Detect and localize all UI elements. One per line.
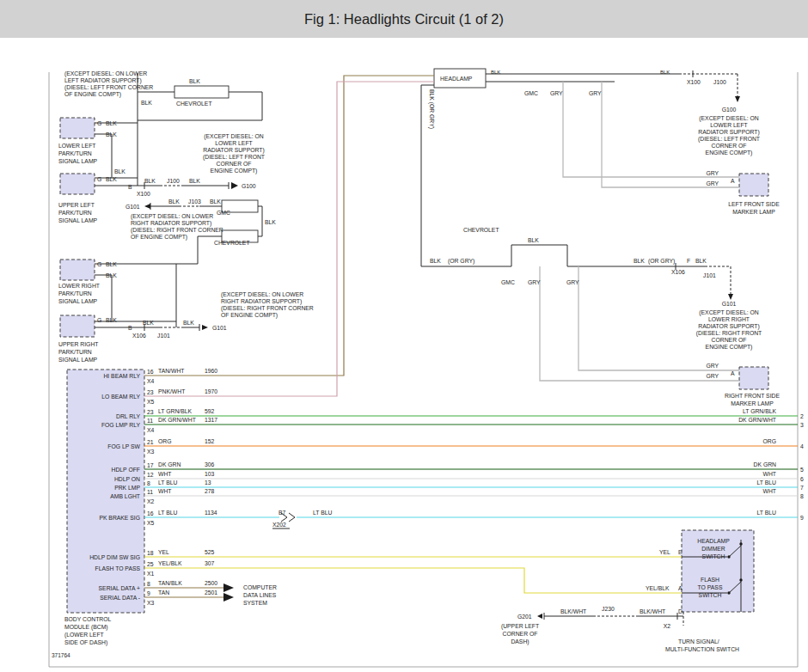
bcm-pin-number: 17 <box>147 462 154 468</box>
wire-color-label: LT BLU <box>158 510 178 516</box>
component-boxes <box>60 118 768 613</box>
symbols <box>144 96 743 619</box>
wire-color-label: LT BLU <box>158 480 178 486</box>
wire-label: MARKER LAMP <box>731 400 774 406</box>
wire-label: (DIESEL: RIGHT FRONT CORNER <box>131 227 223 234</box>
wire-label: (DIESEL: RIGHT FRONT <box>696 330 762 337</box>
wire-label: BLK <box>106 317 117 323</box>
bcm-pin-label: HI BEAM RLY <box>103 373 140 379</box>
connector-x100-2: X100 <box>687 79 701 85</box>
wire-label: BLK <box>491 70 500 75</box>
connector-id: X1 <box>147 571 155 577</box>
left-marker-caption: LEFT FRONT SIDE <box>728 201 780 207</box>
wire-label: SWITCH <box>702 553 725 559</box>
right-marker-caption: RIGHT FRONT SIDE <box>725 393 780 399</box>
screenshot-root: Fig 1: Headlights Circuit (1 of 2) <box>0 0 808 672</box>
bcm-pin-label: HDLP ON <box>114 476 140 482</box>
wire-label: BLK <box>189 178 200 184</box>
wire-color-label: LT GRN/BLK <box>158 408 192 414</box>
ground-arrow-g201 <box>537 614 542 619</box>
exit-pin-number: 3 <box>800 422 804 428</box>
ground-g101-2: G101 <box>212 325 227 331</box>
variant-chevrolet: CHEVROLET <box>176 101 212 107</box>
lamp-upper-right-caption: UPPER RIGHT <box>58 341 98 347</box>
wire-label: (DIESEL: LEFT FRONT <box>203 154 265 161</box>
bcm-pin-number: 8 <box>147 480 150 486</box>
wire-label: BLK <box>106 120 117 126</box>
circuit-number: 1134 <box>205 510 217 516</box>
wire-label: RADIATOR SUPPORT) <box>203 147 264 154</box>
wire-color-label: LT BLU <box>757 480 777 486</box>
variant-chevrolet-3: CHEVROLET <box>463 227 499 233</box>
connector-b7: B7 <box>279 510 286 516</box>
wire-label: DIMMER <box>701 546 725 552</box>
circuit-number: 1317 <box>205 417 217 423</box>
connector-id: X5 <box>147 399 155 405</box>
wire-label: (EXCEPT DIESEL: ON <box>699 115 758 122</box>
bcm-pin-number: 16 <box>147 510 154 516</box>
wire-label: OF ENGINE COMPT) <box>221 312 278 319</box>
pink-wire <box>144 82 434 396</box>
wire-color-label: WHT <box>158 471 171 477</box>
wire-label: BLK <box>144 178 156 184</box>
bcm-pin-number: 8 <box>147 581 150 587</box>
switch-contact-dot-2 <box>739 542 742 545</box>
wire-label: GRY <box>550 90 563 96</box>
terminal-d: D <box>678 608 683 614</box>
wire-label: (OR GRY) <box>448 258 474 265</box>
wire-label: (DIESEL: LEFT FRONT CORNER <box>64 84 153 91</box>
terminal-e: E <box>678 549 683 555</box>
wire-label: RADIATOR SUPPORT) <box>698 129 759 136</box>
chevrolet-connector-box <box>174 86 229 98</box>
bcm-pin-label: HDLP DIM SW SIG <box>89 554 140 560</box>
terminal-f: F <box>687 258 690 264</box>
flash-switch-caption: FLASH <box>701 577 719 583</box>
wire-label: LOWER RIGHT <box>708 316 750 322</box>
bcm-pin-label: FLASH TO PASS <box>95 565 140 571</box>
wire-label: PARK/TURN <box>58 210 92 216</box>
terminal-a-right-marker: A <box>731 370 735 376</box>
bcm-pin-number: 25 <box>147 561 154 567</box>
wire-color-label: TAN <box>158 590 169 596</box>
wire-color-label: WHT <box>158 488 171 494</box>
note-g100-location-left: (EXCEPT DIESEL: ON LOWER <box>64 70 147 77</box>
ground-g201: G201 <box>517 614 532 620</box>
wire-label: LOWER LEFT <box>710 122 747 128</box>
wire-label: YEL/BLK <box>646 585 670 591</box>
note-g201-location: (UPPER LEFT <box>501 623 539 630</box>
bcm-pin-label: PK BRAKE SIG <box>99 515 140 521</box>
circuit-number: 525 <box>205 549 215 555</box>
wire-label: CORNER OF <box>503 631 538 637</box>
wire-color-label: LT GRN/BLK <box>743 408 776 414</box>
wire-label: BLK <box>210 199 221 205</box>
connector-j101: J101 <box>157 333 170 339</box>
circuit-number: 592 <box>205 408 215 414</box>
bcm-pin-number: 21 <box>147 439 154 445</box>
circuit-number: 1970 <box>205 388 217 394</box>
wire-label: OF ENGINE COMPT) <box>64 91 121 98</box>
wire-color-label: DK GRN <box>754 461 777 467</box>
wire-label: YEL <box>659 549 670 555</box>
wire-label: BLK <box>106 272 117 278</box>
wire-blk: BLK <box>189 78 200 84</box>
lamp-lower-left-caption: LOWER LEFT <box>58 143 95 149</box>
wire-color-label: LT BLU <box>757 510 777 516</box>
ground-arrow-g101-mid <box>728 294 733 300</box>
wire-label: BLK/WHT <box>640 608 665 614</box>
wire-label: SIDE OF DASH) <box>64 639 107 646</box>
wire-label: GRY <box>706 363 719 369</box>
terminal-b2: B <box>128 325 132 331</box>
bcm-pin-label: HDLP OFF <box>112 467 141 473</box>
connector-id: X3 <box>147 600 155 606</box>
circuit-number: 13 <box>205 480 211 486</box>
variant-gmc-top: GMC <box>524 90 538 96</box>
bcm-caption: BODY CONTROL <box>64 616 111 622</box>
wire-label: MODULE (BCM) <box>64 624 108 631</box>
exit-pin-number: 7 <box>800 485 804 491</box>
wire-label: LEFT RADIATOR SUPPORT) <box>64 77 142 84</box>
left-marker-lamp-box <box>739 174 768 196</box>
wire-label: BLK <box>183 320 194 326</box>
bcm-pin-number: 11 <box>147 418 153 424</box>
terminal-a-left-marker: A <box>731 178 735 184</box>
wire-label: OF ENGINE COMPT) <box>131 234 187 241</box>
